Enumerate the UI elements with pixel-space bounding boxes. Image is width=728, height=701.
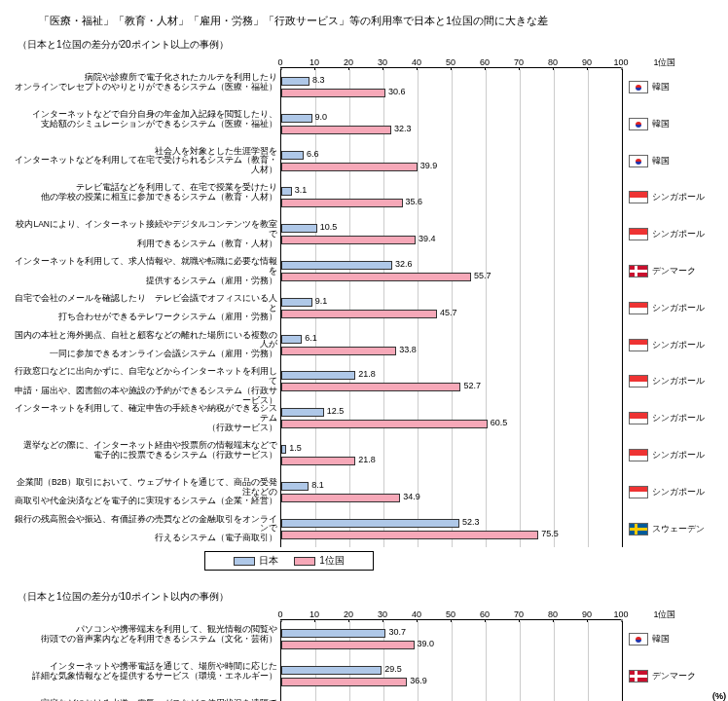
value-top-country: 35.6 [406, 197, 423, 206]
bar-japan [281, 629, 385, 638]
bar-japan [281, 114, 312, 123]
top-country-cell: シンガポール [629, 191, 705, 203]
value-top-country: 21.8 [358, 455, 376, 464]
country-name: シンガポール [652, 375, 705, 387]
row-label: 校内LANにより、インターネット接続やデジタルコンテンツを教室で 利用できるシス… [15, 220, 277, 248]
top-country-cell: シンガポール [629, 412, 705, 424]
value-japan: 8.1 [311, 480, 324, 490]
legend-top: 1位国 [294, 554, 345, 568]
top-country-cell: シンガポール [629, 302, 705, 314]
bar-top-country [281, 347, 396, 355]
value-top-country: 75.5 [541, 529, 559, 538]
bar-japan [281, 298, 312, 307]
country-name: デンマーク [652, 670, 696, 683]
country-name: シンガポール [652, 486, 705, 498]
value-top-country: 34.9 [403, 492, 420, 501]
flag-sg-icon [629, 449, 648, 461]
value-japan: 1.5 [289, 443, 302, 453]
value-top-country: 52.7 [463, 381, 481, 390]
flag-sg-icon [629, 412, 648, 424]
row-label: インターネットを利用して、確定申告の手続きや納税ができるシステム （行政サービス… [15, 404, 277, 432]
bar-japan [281, 666, 382, 675]
country-name: デンマーク [652, 265, 696, 277]
value-japan: 29.5 [384, 664, 402, 674]
bar-japan [281, 445, 286, 454]
bar-top-country [281, 641, 415, 649]
value-japan: 32.6 [395, 259, 413, 269]
row-label: 企業間（B2B）取引において、ウェブサイトを通じて、商品の受発注などの 商取引や… [15, 478, 277, 506]
country-name: シンガポール [652, 412, 705, 424]
top-country-cell: 韓国 [629, 118, 670, 130]
row-label: 選挙などの際に、インターネット経由や投票所の情報端末などで 電子的に投票できるシ… [15, 441, 277, 461]
row-label: インターネットを利用して、求人情報や、就職や転職に必要な情報を 提供するシステム… [15, 257, 277, 285]
swatch-top-icon [294, 557, 315, 566]
value-japan: 21.8 [358, 369, 376, 379]
bar-top-country [281, 420, 488, 428]
bar-top-country [281, 383, 460, 391]
value-japan: 8.3 [312, 75, 325, 85]
bar-top-country [281, 310, 437, 318]
bar-top-country [281, 273, 471, 281]
top-country-cell: 韓国 [629, 633, 670, 646]
value-top-country: 60.5 [491, 418, 508, 427]
value-top-country: 39.0 [418, 639, 435, 648]
value-japan: 6.6 [307, 149, 319, 159]
bar-top-country [281, 163, 418, 171]
bar-japan [281, 77, 309, 86]
flag-sg-icon [629, 339, 648, 351]
flag-kr-icon [629, 118, 648, 130]
bar-top-country [281, 678, 407, 686]
country-name: シンガポール [652, 228, 705, 240]
value-top-country: 33.8 [399, 345, 417, 354]
country-name: 韓国 [652, 155, 670, 167]
bar-top-country [281, 531, 538, 539]
top-country-cell: 韓国 [629, 155, 670, 167]
bar-top-country [281, 494, 400, 502]
bar-japan [281, 224, 317, 233]
swatch-japan-icon [234, 557, 255, 566]
value-japan: 10.5 [320, 222, 338, 232]
country-name: 韓国 [652, 633, 670, 646]
value-top-country: 45.7 [440, 308, 457, 317]
chart-block: （日本と1位国の差分が10ポイント以内の事例）(%)01020304050607… [10, 590, 720, 701]
value-top-country: 36.9 [410, 676, 427, 685]
bar-top-country [281, 236, 416, 244]
row-label: 自宅で会社のメールを確認したり テレビ会議でオフィスにいる人と 打ち合わせができ… [15, 294, 277, 322]
country-name: シンガポール [652, 302, 705, 314]
value-top-country: 32.3 [394, 124, 412, 133]
country-name: シンガポール [652, 449, 705, 461]
bar-japan [281, 187, 292, 196]
row-label: パソコンや携帯端末を利用して、観光情報の閲覧や 街頭での音声案内などを利用できる… [15, 625, 277, 645]
top-country-cell: スウェーデン [629, 523, 705, 535]
bar-japan [281, 151, 304, 160]
column-head-top-country: 1位国 [621, 56, 709, 69]
bar-japan [281, 408, 324, 417]
value-top-country: 39.9 [420, 161, 438, 170]
legend: 日本1位国 [204, 551, 374, 571]
value-japan: 12.5 [327, 406, 345, 416]
bar-japan [281, 335, 302, 344]
bar-japan [281, 482, 309, 491]
value-japan: 9.0 [315, 112, 328, 122]
value-japan: 6.1 [305, 333, 317, 343]
x-axis: 0102030405060708090100 [280, 608, 621, 620]
country-name: 韓国 [652, 118, 670, 130]
flag-se-icon [629, 523, 648, 535]
value-japan: 3.1 [295, 185, 308, 195]
bar-japan [281, 519, 459, 528]
row-label: 行政窓口などに出向かずに、自宅などからインターネットを利用して 申請・届出や、図… [15, 367, 277, 405]
top-country-cell: シンガポール [629, 486, 705, 498]
value-top-country: 55.7 [474, 271, 491, 280]
top-country-cell: シンガポール [629, 228, 705, 240]
flag-sg-icon [629, 191, 648, 203]
row-label: 国内の本社と海外拠点、自社と顧客などの離れた場所にいる複数の人が 一同に参加でき… [15, 331, 277, 359]
bar-top-country [281, 126, 391, 134]
flag-kr-icon [629, 633, 648, 646]
bar-japan [281, 261, 392, 270]
row-label: インターネットや携帯電話を通じて、場所や時間に応じた 詳細な気象情報などを提供す… [15, 662, 277, 682]
legend-japan: 日本 [234, 554, 278, 568]
x-axis: 0102030405060708090100 [280, 55, 621, 68]
value-japan: 9.1 [315, 296, 328, 306]
top-country-cell: シンガポール [629, 375, 705, 387]
country-name: 韓国 [652, 81, 670, 93]
